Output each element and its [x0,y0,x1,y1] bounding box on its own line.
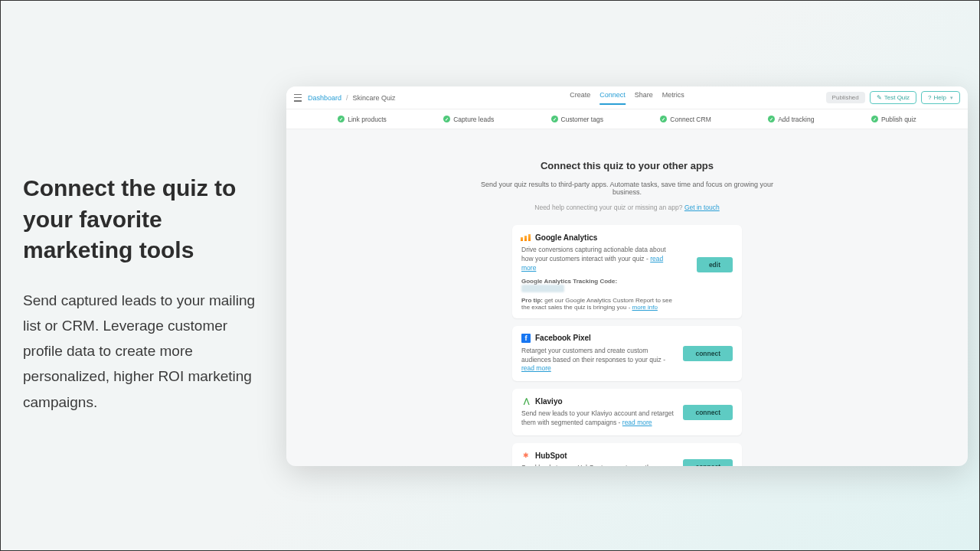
menu-icon[interactable] [294,94,302,102]
klaviyo-icon: ⋀ [521,396,531,406]
step-customer-tags[interactable]: ✓Customer tags [551,116,603,123]
more-info-link[interactable]: more info [632,304,658,311]
help-pre: Need help connecting your quiz or missin… [534,204,684,211]
step-label: Customer tags [561,116,603,123]
google-analytics-icon [521,233,531,242]
edit-button[interactable]: edit [697,257,733,272]
step-add-tracking[interactable]: ✓Add tracking [768,116,814,123]
help-button[interactable]: ? Help ▾ [921,91,960,104]
step-link-products[interactable]: ✓Link products [338,116,387,123]
breadcrumb: Dashboard / Skincare Quiz [308,94,396,102]
integration-facebook-pixel: f Facebook Pixel Retarget your customers… [512,326,742,382]
top-actions: Published ✎ Test Quiz ? Help ▾ [826,91,960,104]
step-label: Add tracking [778,116,814,123]
step-label: Capture leads [453,116,494,123]
step-connect-crm[interactable]: ✓Connect CRM [660,116,710,123]
edit-icon: ✎ [877,94,882,101]
get-in-touch-link[interactable]: Get in touch [684,204,720,211]
connect-button[interactable]: connect [683,405,733,420]
chevron-down-icon: ▾ [950,95,953,101]
help-label: Help [934,94,946,101]
marketing-body: Send captured leads to your mailing list… [23,288,268,415]
integration-google-analytics: Google Analytics Drive conversions captu… [512,225,742,318]
help-icon: ? [928,94,931,101]
page-title: Connect this quiz to your other apps [474,160,780,171]
breadcrumb-current: Skincare Quiz [353,94,396,102]
check-icon: ✓ [338,116,345,122]
check-icon: ✓ [660,116,667,122]
content: Connect this quiz to your other apps Sen… [286,129,968,466]
pro-tip-label: Pro tip: [521,297,543,304]
integration-name: Google Analytics [535,233,597,242]
hubspot-icon: ✱ [521,451,531,460]
tab-share[interactable]: Share [635,91,653,105]
connect-button[interactable]: connect [683,346,733,361]
tracking-code-label: Google Analytics Tracking Code: [521,278,617,285]
check-icon: ✓ [768,116,775,122]
step-label: Connect CRM [670,116,710,123]
tab-connect[interactable]: Connect [599,91,626,105]
step-capture-leads[interactable]: ✓Capture leads [443,116,494,123]
desc-text: Retarget your customers and create custo… [521,347,665,364]
facebook-icon: f [521,334,531,343]
integration-name: Facebook Pixel [535,334,591,342]
published-badge: Published [826,92,865,103]
read-more-link[interactable]: read more [521,364,551,372]
step-label: Publish quiz [881,116,916,123]
step-label: Link products [348,116,387,123]
integration-hubspot: ✱ HubSpot Send leads to your HubSpot acc… [512,443,742,466]
read-more-link[interactable]: read more [622,419,652,426]
help-line: Need help connecting your quiz or missin… [474,204,780,211]
steps-bar: ✓Link products ✓Capture leads ✓Customer … [286,109,968,129]
integration-klaviyo: ⋀ Klaviyo Send new leads to your Klaviyo… [512,389,742,435]
step-publish-quiz[interactable]: ✓Publish quiz [871,116,916,123]
check-icon: ✓ [551,116,558,122]
check-icon: ✓ [443,116,450,122]
breadcrumb-sep: / [346,94,348,102]
marketing-headline: Connect the quiz to your favorite market… [23,173,268,266]
integration-name: Klaviyo [535,397,563,406]
breadcrumb-root[interactable]: Dashboard [308,94,341,102]
app-window: Dashboard / Skincare Quiz Create Connect… [286,86,968,466]
check-icon: ✓ [871,116,878,122]
tab-metrics[interactable]: Metrics [662,91,684,105]
test-quiz-button[interactable]: ✎ Test Quiz [870,91,916,104]
test-quiz-label: Test Quiz [884,94,910,101]
topbar: Dashboard / Skincare Quiz Create Connect… [286,86,968,109]
integration-list: Google Analytics Drive conversions captu… [512,225,742,466]
desc-text: Drive conversions capturing actionable d… [521,246,666,262]
connect-button[interactable]: connect [683,459,733,466]
tracking-code-value [521,285,564,292]
integration-name: HubSpot [535,452,567,460]
tab-create[interactable]: Create [570,91,590,105]
page-subtitle: Send your quiz results to third-party ap… [474,181,780,196]
main-tabs: Create Connect Share Metrics [570,91,684,105]
desc-text: Send leads to your HubSpot account once … [521,464,658,466]
